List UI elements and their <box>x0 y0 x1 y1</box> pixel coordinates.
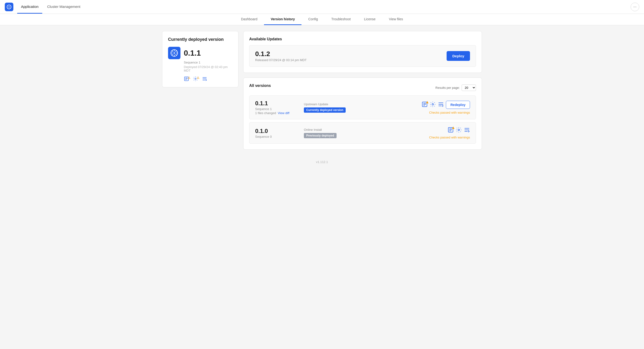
version-row-left-0-1-1: 0.1.1 Sequence 1 1 files changed View di… <box>255 100 298 115</box>
svg-line-7 <box>10 8 10 8</box>
previous-badge-0-1-0: Previously deployed <box>304 133 336 138</box>
view-diff-link-0-1-1[interactable]: View diff <box>278 111 290 115</box>
deployed-badge-0-1-1: Currently deployed version <box>304 108 346 113</box>
svg-line-6 <box>8 5 8 6</box>
svg-point-10 <box>174 52 175 54</box>
version-preflight-icon-0-1-0[interactable] <box>448 127 454 134</box>
current-version-title: Currently deployed version <box>168 37 232 42</box>
right-panel: Available Updates 0.1.2 Released 07/29/2… <box>243 31 482 150</box>
version-logo-icon <box>168 47 180 59</box>
version-files-0-1-1: 1 files changed View diff <box>255 111 298 115</box>
current-version-sequence: Sequence 1 <box>184 61 232 64</box>
diff-icon[interactable] <box>202 76 207 82</box>
available-update-released: Released 07/29/24 @ 03:14 pm MDT <box>255 58 307 62</box>
svg-line-19 <box>172 54 173 56</box>
current-version-number: 0.1.1 <box>184 49 201 58</box>
svg-line-8 <box>10 5 10 6</box>
available-updates-title: Available Updates <box>249 37 476 41</box>
svg-line-16 <box>172 50 173 52</box>
version-config-icon-0-1-1[interactable] <box>430 101 436 108</box>
version-actions-0-1-1: Redeploy <box>422 101 470 109</box>
update-type-0-1-0: Online Install <box>304 128 424 132</box>
top-nav-right: ··· <box>631 3 639 11</box>
version-seq-0-1-0: Sequence 0 <box>255 135 298 138</box>
svg-point-40 <box>458 129 460 131</box>
version-config-icon-0-1-0[interactable] <box>456 127 462 134</box>
more-options-button[interactable]: ··· <box>631 3 639 11</box>
svg-line-17 <box>176 54 177 56</box>
svg-point-32 <box>432 104 434 105</box>
version-num-0-1-0: 0.1.0 <box>255 128 298 134</box>
current-version-action-icons <box>184 76 232 82</box>
version-seq-0-1-1: Sequence 1 <box>255 107 298 111</box>
available-update-version: 0.1.2 <box>255 50 307 58</box>
svg-line-9 <box>8 8 8 8</box>
nav-tab-cluster-management[interactable]: Cluster Management <box>43 0 84 14</box>
current-version-deployed-at: Deployed 07/29/24 @ 02:43 pm MDT <box>184 65 232 72</box>
tab-view-files[interactable]: View files <box>382 14 410 25</box>
version-diff-icon-0-1-0[interactable] <box>464 127 470 134</box>
tab-troubleshoot[interactable]: Troubleshoot <box>325 14 357 25</box>
available-updates-card: Available Updates 0.1.2 Released 07/29/2… <box>243 31 482 73</box>
version-row-right-0-1-0: Checks passed with warnings <box>429 127 470 139</box>
nav-tab-application[interactable]: Application <box>17 0 42 14</box>
available-update-info: 0.1.2 Released 07/29/24 @ 03:14 pm MDT <box>255 50 307 62</box>
tab-config[interactable]: Config <box>302 14 324 25</box>
preflight-checks-icon[interactable] <box>184 76 190 82</box>
footer: v1.112.1 <box>0 156 644 168</box>
available-update-item: 0.1.2 Released 07/29/24 @ 03:14 pm MDT D… <box>249 45 476 67</box>
version-num-0-1-1: 0.1.1 <box>255 100 298 107</box>
tab-version-history[interactable]: Version history <box>264 14 302 25</box>
version-logo-row: 0.1.1 <box>168 47 232 59</box>
update-type-0-1-1: Upstream Update <box>304 102 416 106</box>
svg-point-24 <box>195 78 196 80</box>
deploy-button[interactable]: Deploy <box>446 51 470 61</box>
version-row-right-0-1-1: Redeploy Checks passed with warnings <box>422 101 470 114</box>
version-actions-0-1-0 <box>448 127 470 134</box>
all-versions-card: All versions Results per page: 20 50 100… <box>243 78 482 150</box>
version-row-middle-0-1-1: Upstream Update Currently deployed versi… <box>298 102 422 113</box>
checks-warning-0-1-0: Checks passed with warnings <box>429 136 470 139</box>
current-version-card: Currently deployed version <box>162 31 238 87</box>
version-row-0-1-0: 0.1.0 Sequence 0 Online Install Previous… <box>249 122 476 144</box>
main-content: Currently deployed version <box>155 25 489 156</box>
version-row-left-0-1-0: 0.1.0 Sequence 0 <box>255 128 298 138</box>
version-diff-icon-0-1-1[interactable] <box>438 101 444 108</box>
tab-license[interactable]: License <box>357 14 382 25</box>
version-preflight-icon-0-1-1[interactable] <box>422 101 428 108</box>
all-versions-title: All versions <box>249 84 271 88</box>
app-logo <box>5 3 13 11</box>
results-per-page: Results per page: 20 50 100 <box>436 84 476 91</box>
version-row-middle-0-1-0: Online Install Previously deployed <box>298 128 429 138</box>
primary-nav: Application Cluster Management <box>17 0 84 14</box>
versions-header: All versions Results per page: 20 50 100 <box>249 84 476 92</box>
top-nav: Application Cluster Management ··· <box>0 0 644 14</box>
config-icon[interactable] <box>193 76 200 82</box>
files-changed-0-1-1: 1 files changed <box>255 111 276 115</box>
footer-version: v1.112.1 <box>316 160 328 164</box>
tab-dashboard[interactable]: Dashboard <box>234 14 264 25</box>
secondary-nav: Dashboard Version history Config Trouble… <box>0 14 644 25</box>
version-row-0-1-1: 0.1.1 Sequence 1 1 files changed View di… <box>249 96 476 119</box>
checks-warning-0-1-1: Checks passed with warnings <box>429 111 470 114</box>
left-panel: Currently deployed version <box>162 31 238 150</box>
results-per-page-label: Results per page: <box>436 86 460 90</box>
svg-point-0 <box>8 6 10 8</box>
redeploy-button-0-1-1[interactable]: Redeploy <box>446 101 470 109</box>
per-page-select[interactable]: 20 50 100 <box>462 84 476 91</box>
svg-line-18 <box>176 50 177 52</box>
